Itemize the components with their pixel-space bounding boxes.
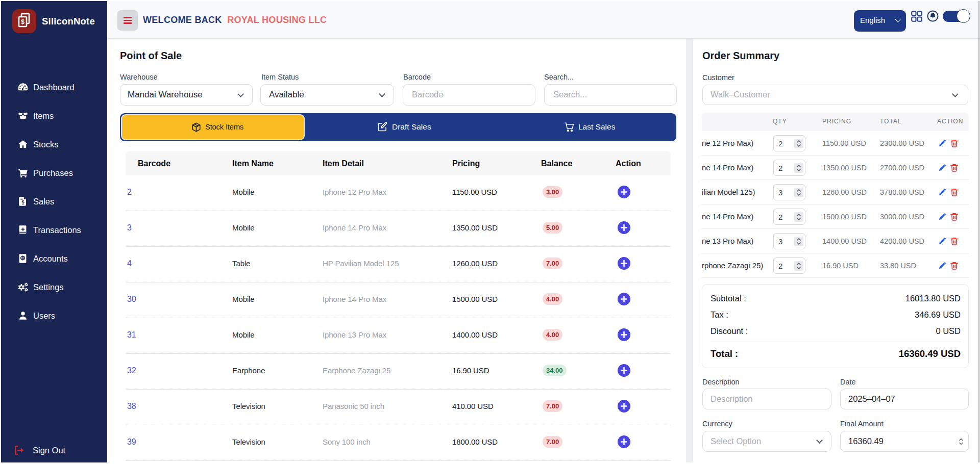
svg-text:$: $ (21, 18, 24, 25)
svg-text:$: $ (21, 199, 24, 204)
